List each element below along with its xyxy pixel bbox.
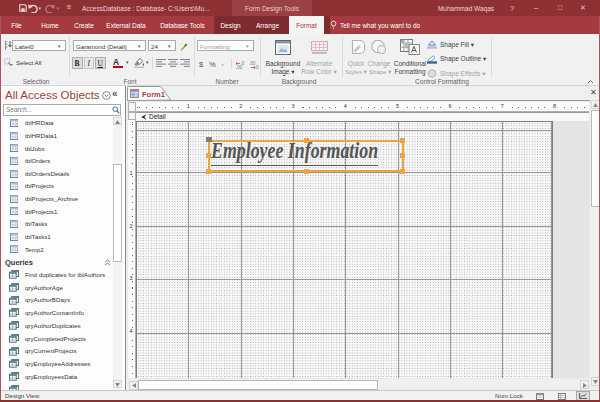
svg-text:.00: .00 bbox=[236, 65, 243, 69]
